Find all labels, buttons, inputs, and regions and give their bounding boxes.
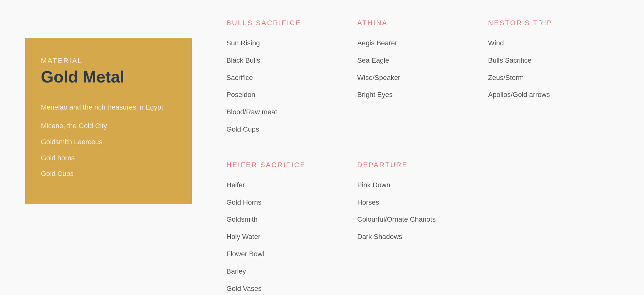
section-title-heifer-sacrifice: HEIFER SACRIFICE [226,161,345,169]
gold-card: MATERIAL Gold Metal Menelao and the rich… [25,38,192,204]
material-label: MATERIAL [41,57,176,65]
section-item-heifer-sacrifice-0: Heifer [226,180,345,190]
section-title-bulls-sacrifice: BULLS SACRIFICE [226,19,345,27]
section-item-departure-1: Horses [357,198,475,207]
section-item-departure-0: Pink Down [357,180,475,190]
section-title-athina: ATHINA [357,19,475,27]
section-heifer-sacrifice: HEIFER SACRIFICEHeiferGold HornsGoldsmit… [226,161,357,295]
section-item-nestors-trip-0: Wind [488,38,606,48]
section-item-departure-3: Dark Shadows [357,232,475,242]
section-item-athina-0: Aegis Bearer [357,38,475,48]
section-item-nestors-trip-2: Zeus/Storm [488,73,606,83]
section-item-athina-2: Wise/Speaker [357,73,475,83]
section-title-departure: DEPARTURE [357,161,475,169]
section-item-athina-3: Bright Eyes [357,90,475,100]
section-bulls-sacrifice: BULLS SACRIFICESun RisingBlack BullsSacr… [226,19,357,142]
section-item-nestors-trip-3: Apollos/Gold arrows [488,90,606,100]
right-panel: BULLS SACRIFICESun RisingBlack BullsSacr… [226,19,619,295]
section-item-bulls-sacrifice-5: Gold Cups [226,125,345,134]
section-item-heifer-sacrifice-4: Flower Bowl [226,249,345,259]
top-sections-row: BULLS SACRIFICESun RisingBlack BullsSacr… [226,19,619,142]
section-item-bulls-sacrifice-3: Poseidon [226,90,345,100]
section-item-departure-2: Colourful/Ornate Chariots [357,215,475,224]
section-item-bulls-sacrifice-2: Sacrifice [226,73,345,83]
card-item-3: Gold Cups [41,169,176,179]
card-item-1: Goldsmith Laerceus [41,137,176,147]
section-item-heifer-sacrifice-5: Barley [226,267,345,276]
section-item-bulls-sacrifice-4: Blood/Raw meat [226,107,345,117]
bottom-sections-row: HEIFER SACRIFICEHeiferGold HornsGoldsmit… [226,161,619,295]
card-item-2: Gold horns [41,153,176,163]
section-item-bulls-sacrifice-1: Black Bulls [226,56,345,65]
left-panel: MATERIAL Gold Metal Menelao and the rich… [25,19,201,295]
section-item-bulls-sacrifice-0: Sun Rising [226,38,345,48]
section-title-nestors-trip: NESTOR'S TRIP [488,19,606,27]
gold-title: Gold Metal [41,67,176,86]
section-item-heifer-sacrifice-2: Goldsmith [226,215,345,224]
section-item-heifer-sacrifice-3: Holy Water [226,232,345,242]
page-container: MATERIAL Gold Metal Menelao and the rich… [0,0,644,295]
section-item-heifer-sacrifice-6: Gold Vases [226,284,345,294]
section-empty [488,161,619,295]
section-athina: ATHINAAegis BearerSea EagleWise/SpeakerB… [357,19,488,142]
section-nestors-trip: NESTOR'S TRIPWindBulls SacrificeZeus/Sto… [488,19,619,142]
card-description: Menelao and the rich treasures in Egypt [41,102,176,112]
section-item-nestors-trip-1: Bulls Sacrifice [488,56,606,65]
section-departure: DEPARTUREPink DownHorsesColourful/Ornate… [357,161,488,295]
card-item-0: Micene, the Gold City [41,121,176,131]
section-item-athina-1: Sea Eagle [357,56,475,65]
section-item-heifer-sacrifice-1: Gold Horns [226,198,345,207]
